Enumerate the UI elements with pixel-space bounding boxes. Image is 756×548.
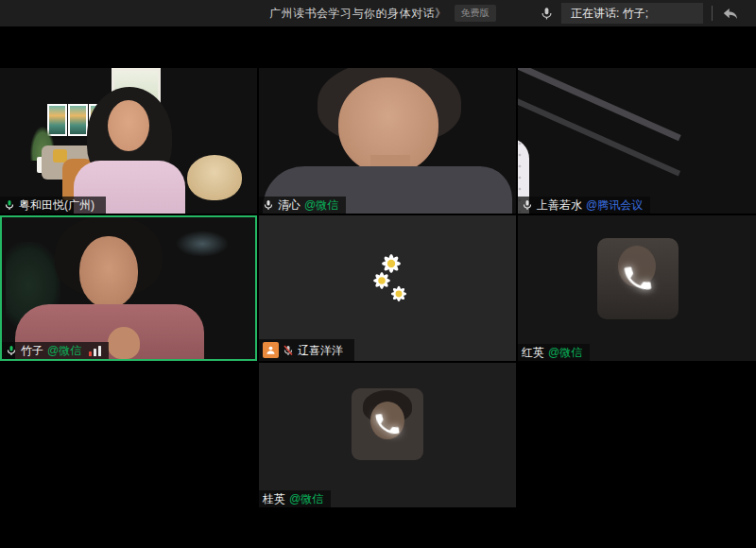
person-face — [108, 100, 149, 151]
video-tile-guiying[interactable]: 桂英@微信 — [259, 363, 516, 507]
microphone-active-icon — [6, 345, 17, 356]
person-avatar-icon — [263, 342, 279, 358]
video-tile-shangshanruoshui[interactable]: 上善若水@腾讯会议 — [518, 68, 756, 214]
phone-handset-icon — [371, 408, 404, 440]
scene-painting — [68, 104, 88, 136]
participant-label: 粤和田悦(广州) — [0, 197, 106, 214]
participant-label: 上善若水@腾讯会议 — [518, 197, 650, 214]
participant-name: 红英 — [522, 347, 544, 358]
video-tile-hongying[interactable]: 红英@微信 — [518, 215, 756, 361]
participant-name: 竹子 — [21, 345, 43, 356]
network-signal-icon — [89, 346, 101, 356]
meeting-title: 广州读书会学习与你的身体对话》 — [269, 6, 447, 22]
meeting-title-group: 广州读书会学习与你的身体对话》 免费版 — [269, 0, 496, 26]
participant-label: 桂英@微信 — [259, 490, 331, 507]
scene-beanbag — [187, 155, 242, 200]
participant-label: 辽喜洋洋 — [259, 339, 354, 361]
participant-platform: @微信 — [289, 493, 323, 505]
video-tile-qingxin[interactable]: 清心@微信 — [259, 68, 516, 214]
daisy-flowers — [356, 240, 424, 308]
reply-arrow-icon[interactable] — [721, 5, 739, 23]
microphone-icon — [522, 199, 533, 211]
scene-ceiling-light — [176, 231, 229, 257]
participant-platform: @微信 — [47, 345, 81, 356]
participant-platform: @微信 — [304, 199, 338, 211]
participant-label: 红英@微信 — [518, 344, 590, 361]
participant-avatar-photo — [597, 238, 679, 319]
microphone-icon — [540, 7, 554, 21]
person-face — [79, 236, 138, 308]
participant-name: 上善若水 — [537, 199, 582, 211]
topbar-divider — [712, 6, 713, 21]
free-version-badge: 免费版 — [455, 5, 496, 22]
participant-name: 粤和田悦(广州) — [19, 199, 94, 211]
video-tile-liaoxiyangyang[interactable]: 辽喜洋洋 — [259, 215, 516, 361]
participant-label: 清心@微信 — [259, 197, 346, 214]
now-speaking-text: 正在讲话: 竹子; — [561, 3, 703, 24]
person-hand — [108, 327, 140, 359]
participant-name: 桂英 — [263, 493, 285, 505]
meeting-window: 广州读书会学习与你的身体对话》 免费版 正在讲话: 竹子; — [0, 0, 756, 548]
phone-handset-icon — [620, 261, 656, 297]
participant-name: 辽喜洋洋 — [298, 345, 343, 356]
microphone-muted-icon — [283, 345, 294, 356]
participant-avatar-photo — [352, 388, 423, 460]
participant-platform: @腾讯会议 — [586, 199, 643, 211]
microphone-active-icon — [4, 199, 15, 211]
participant-label: 竹子@微信 — [2, 342, 109, 359]
speaking-indicator-group: 正在讲话: 竹子; — [540, 0, 739, 26]
participant-platform: @微信 — [548, 347, 582, 358]
video-tile-zhuzi-active-speaker[interactable]: 竹子@微信 — [0, 215, 257, 361]
participant-avatar-photo — [356, 240, 424, 308]
video-tile-yuehetianyue[interactable]: 粤和田悦(广州) — [0, 68, 257, 214]
scene-beam — [518, 68, 681, 141]
participant-name: 清心 — [278, 199, 301, 211]
microphone-icon — [263, 199, 274, 211]
topbar: 广州读书会学习与你的身体对话》 免费版 正在讲话: 竹子; — [0, 0, 756, 26]
